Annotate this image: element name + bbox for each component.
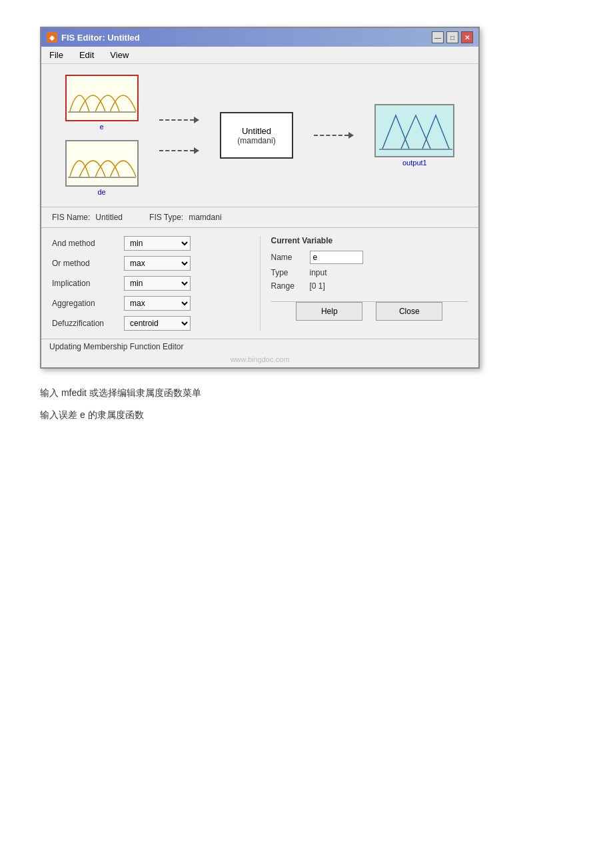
input-de-label: de: [97, 188, 105, 196]
fis-name-pair: FIS Name: Untitled: [52, 213, 123, 222]
minimize-button[interactable]: —: [432, 31, 444, 43]
arrow-de: [159, 147, 199, 154]
input-e-container[interactable]: e: [65, 75, 139, 131]
input-de-box[interactable]: [65, 140, 139, 187]
and-method-label: And method: [52, 239, 119, 248]
aggregation-select[interactable]: max sum probor: [124, 296, 191, 311]
system-center: Untitled (mamdani): [220, 112, 293, 159]
window-title: FIS Editor: Untitled: [61, 33, 140, 43]
arrow-head-e: [194, 117, 199, 123]
var-name-label: Name: [271, 253, 305, 262]
fis-type-pair: FIS Type: mamdani: [149, 213, 222, 222]
arrow-output: [314, 132, 354, 139]
arrow-head-de: [194, 147, 199, 154]
menu-bar: File Edit View: [41, 47, 478, 64]
var-type-value: input: [310, 268, 327, 277]
arrow-head-output: [348, 132, 354, 139]
watermark-text: www.bingdoc.com: [41, 354, 478, 365]
var-type-row: Type input: [271, 268, 468, 277]
var-type-label: Type: [271, 268, 305, 277]
menu-edit[interactable]: Edit: [77, 49, 97, 61]
arrow-e: [159, 117, 199, 123]
defuzz-label: Defuzzification: [52, 319, 119, 328]
or-method-label: Or method: [52, 259, 119, 268]
implication-select[interactable]: min prod: [124, 276, 191, 291]
and-method-row: And method min max prod: [52, 236, 249, 251]
app-icon: ◆: [47, 32, 57, 43]
menu-file[interactable]: File: [47, 49, 66, 61]
title-bar: ◆ FIS Editor: Untitled — □ ✕: [41, 28, 478, 47]
inputs-column: e: [65, 75, 139, 196]
caption-line2: 输入误差 e 的隶属度函数: [40, 407, 573, 423]
current-var-title: Current Variable: [271, 236, 468, 245]
left-arrows: [159, 117, 199, 154]
status-bar: Updating Membership Function Editor: [41, 339, 478, 354]
left-controls: And method min max prod Or method max mi…: [52, 236, 249, 331]
svg-rect-4: [376, 105, 454, 155]
implication-label: Implication: [52, 279, 119, 288]
defuzz-row: Defuzzification centroid bisector mom so…: [52, 316, 249, 331]
var-range-label: Range: [271, 281, 305, 291]
fis-editor-window: ◆ FIS Editor: Untitled — □ ✕ File Edit V…: [40, 27, 480, 369]
aggregation-label: Aggregation: [52, 299, 119, 308]
system-type: (mamdani): [237, 136, 275, 145]
status-text: Updating Membership Function Editor: [49, 342, 183, 351]
input-e-box[interactable]: [65, 75, 139, 121]
fis-type-label: FIS Type:: [149, 213, 183, 222]
output-svg: [376, 105, 454, 155]
dashed-line-e: [159, 119, 194, 121]
input-de-container[interactable]: de: [65, 140, 139, 196]
output-label: output1: [402, 159, 427, 167]
help-button[interactable]: Help: [296, 302, 362, 321]
output-box[interactable]: [374, 104, 454, 157]
system-box[interactable]: Untitled (mamdani): [220, 112, 293, 159]
dashed-line-de: [159, 150, 194, 151]
right-arrow-container: [314, 132, 354, 139]
implication-row: Implication min prod: [52, 276, 249, 291]
fis-info-section: FIS Name: Untitled FIS Type: mamdani: [41, 207, 478, 227]
action-buttons: Help Close: [271, 301, 468, 321]
or-method-select[interactable]: max min probor: [124, 256, 191, 271]
restore-button[interactable]: □: [446, 31, 458, 43]
or-method-row: Or method max min probor: [52, 256, 249, 271]
svg-rect-2: [67, 141, 137, 180]
var-name-row: Name: [271, 251, 468, 264]
window-controls: — □ ✕: [432, 31, 473, 43]
output-container[interactable]: output1: [374, 104, 454, 167]
menu-view[interactable]: View: [107, 49, 131, 61]
dashed-line-output: [314, 135, 348, 136]
var-name-input[interactable]: [310, 251, 363, 264]
system-name: Untitled: [242, 126, 271, 136]
close-window-button[interactable]: ✕: [461, 31, 473, 43]
var-range-value: [0 1]: [310, 281, 325, 291]
controls-area: And method min max prod Or method max mi…: [41, 227, 478, 339]
input-de-svg: [67, 141, 137, 180]
title-bar-left: ◆ FIS Editor: Untitled: [47, 32, 140, 43]
defuzz-select[interactable]: centroid bisector mom som lom: [124, 316, 191, 331]
svg-rect-0: [67, 76, 137, 115]
close-button[interactable]: Close: [376, 302, 442, 321]
aggregation-row: Aggregation max sum probor: [52, 296, 249, 311]
right-controls: Current Variable Name Type input Range […: [260, 236, 468, 331]
fis-name-label: FIS Name:: [52, 213, 90, 222]
input-e-svg: [67, 76, 137, 115]
fis-name-value: Untitled: [95, 213, 123, 222]
watermark-area: www.bingdoc.com: [41, 354, 478, 367]
var-range-row: Range [0 1]: [271, 281, 468, 291]
outputs-column: output1: [374, 104, 454, 167]
caption-line1: 输入 mfedit 或选择编辑隶属度函数菜单: [40, 385, 573, 401]
and-method-select[interactable]: min max prod: [124, 236, 191, 251]
fis-type-value: mamdani: [189, 213, 221, 222]
input-e-label: e: [100, 123, 104, 131]
diagram-area: e: [41, 64, 478, 207]
